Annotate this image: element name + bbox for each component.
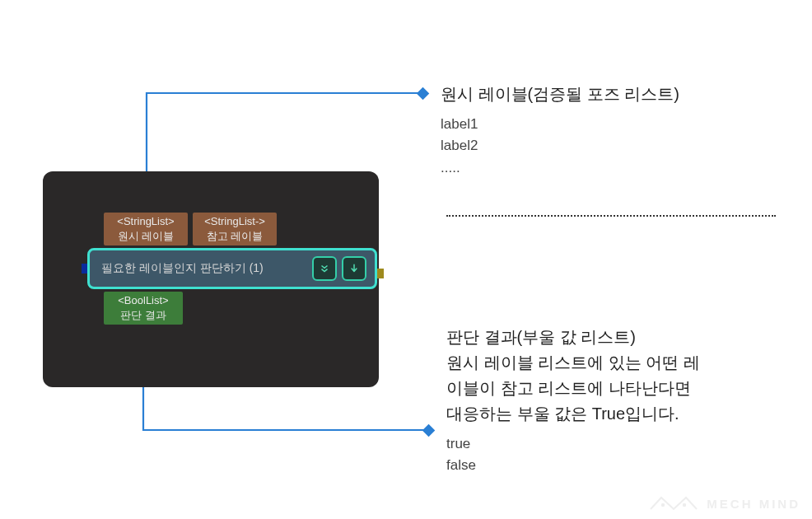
node-input-type: <StringList> — [117, 214, 174, 229]
arrow-down-icon — [348, 263, 360, 274]
annotation-result: 판단 결과(부울 값 리스트) 원시 레이블 리스트에 있는 어떤 레 이블이 … — [446, 325, 776, 477]
annotation-line: label1 — [441, 114, 679, 135]
node-output-type: <BoolList> — [118, 293, 168, 308]
annotation-heading-line: 대응하는 부울 값은 True입니다. — [446, 401, 776, 427]
svg-rect-0 — [417, 87, 430, 101]
chevron-down-double-icon — [319, 263, 330, 274]
annotation-line: false — [446, 455, 776, 476]
svg-point-3 — [683, 503, 686, 507]
node-input-ref-labels[interactable]: <StringList-> 참고 레이블 — [193, 213, 277, 245]
annotation-heading: 원시 레이블(검증될 포즈 리스트) — [441, 82, 679, 107]
section-divider — [446, 215, 776, 217]
expand-button[interactable] — [312, 256, 337, 281]
watermark-text: MECH MIND — [707, 497, 800, 511]
node-output-bool-list[interactable]: <BoolList> 판단 결과 — [104, 292, 183, 325]
annotation-line: label2 — [441, 135, 679, 157]
annotation-raw-labels: 원시 레이블(검증될 포즈 리스트) label1 label2 ..... — [441, 82, 679, 179]
node-title: 필요한 레이블인지 판단하기 (1) — [101, 261, 307, 276]
node-input-label: 원시 레이블 — [118, 229, 175, 244]
annotation-heading-line: 판단 결과(부울 값 리스트) — [446, 325, 776, 350]
annotation-heading-line: 이블이 참고 리스트에 나타난다면 — [446, 376, 776, 401]
svg-point-2 — [661, 503, 665, 507]
annotation-line: true — [446, 433, 776, 455]
node-input-label: 참고 레이블 — [207, 229, 264, 244]
node-panel: <StringList> 원시 레이블 <StringList-> 참고 레이블… — [43, 171, 379, 387]
annotation-line: ..... — [441, 157, 679, 179]
node-input-raw-labels[interactable]: <StringList> 원시 레이블 — [104, 213, 188, 245]
mechmind-logo-icon — [649, 493, 698, 514]
annotation-heading-line: 원시 레이블 리스트에 있는 어떤 레 — [446, 350, 776, 376]
run-button[interactable] — [342, 256, 366, 281]
node-output-label: 판단 결과 — [120, 308, 166, 323]
watermark: MECH MIND — [649, 493, 800, 514]
node-input-type: <StringList-> — [204, 214, 265, 229]
node-step[interactable]: 필요한 레이블인지 판단하기 (1) — [87, 248, 377, 289]
svg-rect-1 — [422, 424, 436, 437]
